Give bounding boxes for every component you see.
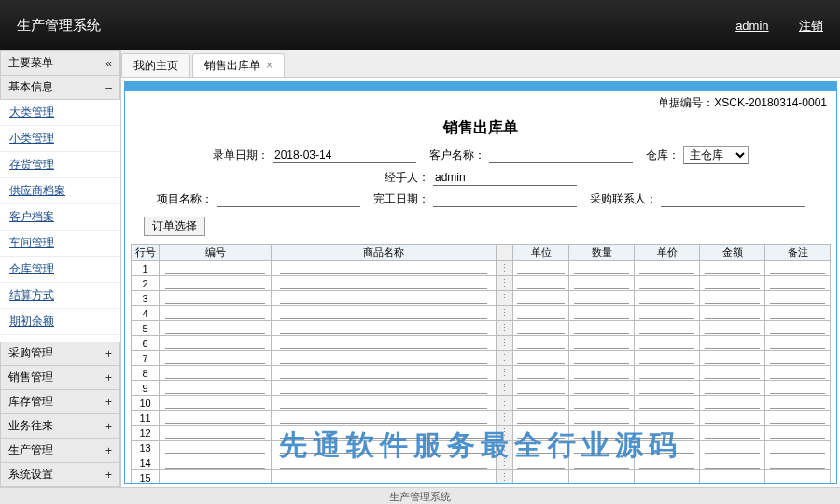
grid-cell-input[interactable] xyxy=(639,397,695,409)
sidebar-item[interactable]: 存货管理 xyxy=(0,152,120,178)
grid-cell-input[interactable] xyxy=(770,427,826,439)
grid-cell-input[interactable] xyxy=(705,382,761,394)
tab[interactable]: 我的主页 xyxy=(121,53,190,77)
grid-cell-input[interactable] xyxy=(705,412,761,424)
grid-cell-input[interactable] xyxy=(705,337,761,349)
grid-cell-input[interactable] xyxy=(705,292,761,304)
grid-cell-input[interactable] xyxy=(639,367,695,379)
grid-cell-input[interactable] xyxy=(574,352,630,364)
row-picker-icon[interactable]: ⋮ xyxy=(497,261,513,276)
grid-cell-input[interactable] xyxy=(165,456,265,469)
sidebar-item[interactable]: 大类管理 xyxy=(0,100,120,126)
grid-cell-input[interactable] xyxy=(639,382,695,394)
grid-cell-input[interactable] xyxy=(165,277,265,289)
grid-cell-input[interactable] xyxy=(517,307,564,319)
finish-date-input[interactable] xyxy=(433,191,577,207)
grid-cell-input[interactable] xyxy=(705,367,761,379)
grid-cell-input[interactable] xyxy=(639,292,695,304)
grid-cell-input[interactable] xyxy=(517,427,564,439)
grid-cell-input[interactable] xyxy=(770,382,826,394)
grid-cell-input[interactable] xyxy=(517,322,564,334)
grid-cell-input[interactable] xyxy=(705,307,761,319)
grid-cell-input[interactable] xyxy=(705,397,761,409)
grid-cell-input[interactable] xyxy=(574,397,630,409)
grid-cell-input[interactable] xyxy=(280,292,487,304)
tab[interactable]: 销售出库单× xyxy=(192,53,285,77)
grid-cell-input[interactable] xyxy=(770,277,826,289)
grid-cell-input[interactable] xyxy=(770,367,826,379)
sidebar-section[interactable]: 业务往来+ xyxy=(0,414,120,439)
grid-cell-input[interactable] xyxy=(280,412,487,424)
row-picker-icon[interactable]: ⋮ xyxy=(497,351,513,366)
grid-cell-input[interactable] xyxy=(574,471,630,483)
grid-cell-input[interactable] xyxy=(280,367,487,379)
grid-cell-input[interactable] xyxy=(574,307,630,319)
row-picker-icon[interactable]: ⋮ xyxy=(497,381,513,396)
grid-cell-input[interactable] xyxy=(770,412,826,424)
grid-cell-input[interactable] xyxy=(770,322,826,334)
grid-cell-input[interactable] xyxy=(639,277,695,289)
grid-cell-input[interactable] xyxy=(574,441,630,454)
order-select-button[interactable]: 订单选择 xyxy=(144,217,205,236)
sidebar-section[interactable]: 生产管理+ xyxy=(0,439,120,463)
grid-cell-input[interactable] xyxy=(280,382,487,394)
grid-cell-input[interactable] xyxy=(574,292,630,304)
sidebar-section[interactable]: 销售管理+ xyxy=(0,366,120,390)
grid-cell-input[interactable] xyxy=(517,292,564,304)
row-picker-icon[interactable]: ⋮ xyxy=(497,276,513,291)
grid-cell-input[interactable] xyxy=(517,337,564,349)
logout-link[interactable]: 注销 xyxy=(799,19,823,33)
sidebar-item[interactable]: 客户档案 xyxy=(0,204,120,231)
grid-cell-input[interactable] xyxy=(574,412,630,424)
grid-cell-input[interactable] xyxy=(770,441,826,454)
customer-input[interactable] xyxy=(489,147,633,163)
grid-cell-input[interactable] xyxy=(280,397,487,409)
grid-cell-input[interactable] xyxy=(517,397,564,409)
sidebar-item[interactable]: 小类管理 xyxy=(0,126,120,152)
grid-cell-input[interactable] xyxy=(705,322,761,334)
user-link[interactable]: admin xyxy=(735,19,768,33)
row-picker-icon[interactable]: ⋮ xyxy=(497,366,513,381)
grid-cell-input[interactable] xyxy=(165,322,265,334)
row-picker-icon[interactable]: ⋮ xyxy=(497,321,513,336)
grid-cell-input[interactable] xyxy=(705,262,761,274)
grid-cell-input[interactable] xyxy=(280,322,487,334)
sidebar-item[interactable]: 结算方式 xyxy=(0,283,120,309)
grid-cell-input[interactable] xyxy=(165,427,265,439)
grid-cell-input[interactable] xyxy=(517,382,564,394)
grid-cell-input[interactable] xyxy=(705,277,761,289)
row-picker-icon[interactable]: ⋮ xyxy=(497,455,513,470)
grid-cell-input[interactable] xyxy=(705,352,761,364)
sidebar-item[interactable]: 期初余额 xyxy=(0,309,120,335)
sidebar-section[interactable]: 系统设置+ xyxy=(0,463,120,487)
grid-cell-input[interactable] xyxy=(165,292,265,304)
grid-cell-input[interactable] xyxy=(517,367,564,379)
grid-cell-input[interactable] xyxy=(280,262,487,274)
entry-date-input[interactable] xyxy=(273,147,416,163)
grid-cell-input[interactable] xyxy=(705,471,761,483)
grid-cell-input[interactable] xyxy=(280,471,487,483)
row-picker-icon[interactable]: ⋮ xyxy=(497,291,513,306)
warehouse-select[interactable]: 主仓库 xyxy=(683,146,749,164)
grid-cell-input[interactable] xyxy=(639,456,695,469)
grid-cell-input[interactable] xyxy=(165,307,265,319)
sidebar-item[interactable]: 供应商档案 xyxy=(0,178,120,204)
sidebar-section[interactable]: 采购管理+ xyxy=(0,342,120,366)
grid-cell-input[interactable] xyxy=(165,382,265,394)
project-input[interactable] xyxy=(217,191,360,207)
grid-cell-input[interactable] xyxy=(639,471,695,483)
grid-cell-input[interactable] xyxy=(705,427,761,439)
grid-cell-input[interactable] xyxy=(639,307,695,319)
grid-cell-input[interactable] xyxy=(574,382,630,394)
grid-cell-input[interactable] xyxy=(280,307,487,319)
grid-cell-input[interactable] xyxy=(165,441,265,454)
grid-cell-input[interactable] xyxy=(280,441,487,454)
grid-cell-input[interactable] xyxy=(165,337,265,349)
grid-cell-input[interactable] xyxy=(574,277,630,289)
purchaser-input[interactable] xyxy=(661,191,805,207)
grid-cell-input[interactable] xyxy=(280,277,487,289)
grid-cell-input[interactable] xyxy=(574,427,630,439)
sidebar-item[interactable]: 车间管理 xyxy=(0,231,120,257)
grid-cell-input[interactable] xyxy=(280,352,487,364)
grid-cell-input[interactable] xyxy=(517,262,564,274)
